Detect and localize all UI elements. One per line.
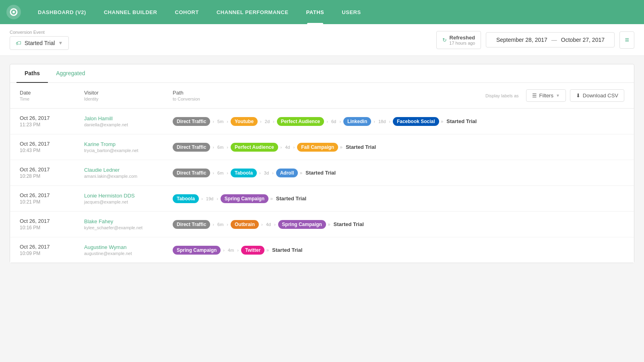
date-main: Oct 26, 2017 bbox=[20, 167, 84, 173]
date-cell: Oct 26, 2017 10:16 PM bbox=[20, 218, 84, 230]
path-arrow: › bbox=[389, 119, 390, 124]
channel-tag[interactable]: Outbrain bbox=[231, 220, 259, 229]
channel-tag[interactable]: Youtube bbox=[231, 117, 258, 126]
path-arrow: › bbox=[223, 248, 225, 253]
channel-tag[interactable]: Spring Campaign bbox=[221, 194, 268, 203]
channel-tag[interactable]: Direct Traffic bbox=[173, 220, 210, 229]
path-end: Started Trial bbox=[334, 221, 364, 227]
table-row: Oct 26, 2017 10:09 PM Augustine Wyman au… bbox=[10, 237, 634, 263]
visitor-label: Visitor bbox=[84, 90, 173, 96]
channel-tag[interactable]: Perfect Audience bbox=[231, 143, 278, 152]
date-main: Oct 26, 2017 bbox=[20, 192, 84, 198]
download-label: Download CSV bbox=[583, 93, 618, 99]
table-row: Oct 26, 2017 10:21 PM Lonie Hermiston DD… bbox=[10, 186, 634, 212]
channel-tag[interactable]: Direct Traffic bbox=[173, 143, 210, 152]
visitor-cell: Lonie Hermiston DDS jacques@example.net bbox=[84, 193, 173, 204]
conversion-button[interactable]: 🏷 Started Trial ▼ bbox=[10, 36, 69, 50]
logo[interactable] bbox=[6, 5, 21, 19]
channel-tag[interactable]: Fall Campaign bbox=[297, 143, 338, 152]
channel-tag[interactable]: Perfect Audience bbox=[277, 117, 324, 126]
channel-tag[interactable]: Direct Traffic bbox=[173, 117, 210, 126]
path-time: 2d bbox=[265, 119, 270, 124]
path-arrow: › bbox=[227, 171, 228, 175]
path-time: 6m bbox=[217, 171, 223, 175]
date-time: 10:16 PM bbox=[20, 225, 84, 230]
date-time: 10:21 PM bbox=[20, 199, 84, 205]
path-arrow: › bbox=[261, 222, 263, 227]
path-arrow: › bbox=[213, 119, 214, 124]
tag-icon: 🏷 bbox=[16, 40, 21, 46]
visitor-email: daniella@example.net bbox=[84, 122, 173, 127]
visitor-email: augustine@example.net bbox=[84, 251, 173, 256]
chevron-down-icon: ▼ bbox=[58, 40, 63, 46]
refreshed-button[interactable]: ↻ Refreshed 17 hours ago bbox=[436, 31, 481, 49]
visitor-cell: Augustine Wyman augustine@example.net bbox=[84, 244, 173, 256]
channel-tag[interactable]: Twitter bbox=[241, 246, 264, 255]
date-cell: Oct 26, 2017 10:43 PM bbox=[20, 141, 84, 153]
channel-tag[interactable]: Taboola bbox=[173, 194, 199, 203]
filter-lines-button[interactable]: ≡ bbox=[619, 31, 634, 49]
nav-item-channel-performance[interactable]: CHANNEL PERFORMANCE bbox=[208, 0, 297, 24]
channel-tag[interactable]: Spring Campaign bbox=[278, 220, 326, 229]
date-time: 11:23 PM bbox=[20, 122, 84, 128]
nav-item-users[interactable]: USERS bbox=[333, 0, 369, 24]
path-time: 18d bbox=[378, 119, 386, 124]
visitor-name[interactable]: Claudie Ledner bbox=[84, 167, 173, 173]
tab-aggregated[interactable]: Aggregated bbox=[48, 64, 93, 83]
path-column-header: Path to Conversion bbox=[173, 90, 485, 101]
conversion-label: Conversion Event bbox=[10, 30, 69, 35]
path-arrow: › bbox=[273, 119, 275, 124]
lines-icon: ≡ bbox=[625, 36, 629, 44]
path-time: 4d bbox=[266, 222, 271, 227]
visitor-name[interactable]: Jalon Hamill bbox=[84, 115, 173, 121]
visitor-name[interactable]: Karine Tromp bbox=[84, 141, 173, 147]
path-double-arrow: » bbox=[266, 247, 269, 253]
path-cell: Taboola›19d›Spring Campaign»Started Tria… bbox=[173, 194, 624, 203]
path-end: Started Trial bbox=[272, 247, 302, 253]
channel-tag[interactable]: Spring Campaign bbox=[173, 246, 221, 255]
channel-tag[interactable]: Facebook Social bbox=[393, 117, 439, 126]
header-right: ↻ Refreshed 17 hours ago September 28, 2… bbox=[436, 31, 634, 49]
channel-tag[interactable]: Adroll bbox=[276, 169, 298, 177]
refresh-icon: ↻ bbox=[442, 37, 447, 43]
visitor-cell: Karine Tromp trycia_barton@example.net bbox=[84, 141, 173, 153]
nav-item-cohort[interactable]: COHORT bbox=[166, 0, 207, 24]
nav-item-channel-builder[interactable]: CHANNEL BUILDER bbox=[95, 0, 166, 24]
tab-paths[interactable]: Paths bbox=[17, 64, 48, 83]
table-row: Oct 26, 2017 10:28 PM Claudie Ledner ama… bbox=[10, 160, 634, 186]
filters-button[interactable]: ☰ Filters ▼ bbox=[526, 89, 566, 102]
channel-tag[interactable]: Taboola bbox=[231, 169, 257, 177]
visitor-email: kylee_schaefer@example.net bbox=[84, 225, 173, 230]
path-label: Path bbox=[173, 90, 485, 96]
date-range-button[interactable]: September 28, 2017 — October 27, 2017 bbox=[486, 32, 615, 47]
visitor-cell: Jalon Hamill daniella@example.net bbox=[84, 115, 173, 127]
path-arrow: › bbox=[217, 196, 218, 201]
nav-item-paths[interactable]: PATHS bbox=[297, 0, 333, 24]
filters-chevron: ▼ bbox=[556, 93, 560, 98]
visitor-name[interactable]: Augustine Wyman bbox=[84, 244, 173, 250]
date-label: Date bbox=[20, 90, 84, 96]
table-row: Oct 26, 2017 10:43 PM Karine Tromp tryci… bbox=[10, 134, 634, 160]
download-csv-button[interactable]: ⬇ Download CSV bbox=[570, 89, 624, 102]
svg-point-2 bbox=[12, 11, 15, 13]
path-arrow: › bbox=[274, 222, 276, 227]
date-sub: Time bbox=[20, 97, 84, 101]
channel-tag[interactable]: Linkedin bbox=[343, 117, 371, 126]
nav-item-dashboard--v--[interactable]: DASHBOARD (V2) bbox=[29, 0, 95, 24]
visitor-name[interactable]: Blake Fahey bbox=[84, 218, 173, 224]
date-main: Oct 26, 2017 bbox=[20, 218, 84, 224]
path-double-arrow: » bbox=[299, 170, 302, 176]
channel-tag[interactable]: Direct Traffic bbox=[173, 169, 210, 177]
path-arrow: › bbox=[339, 119, 341, 124]
table-row: Oct 26, 2017 10:16 PM Blake Fahey kylee_… bbox=[10, 212, 634, 237]
date-cell: Oct 26, 2017 11:23 PM bbox=[20, 115, 84, 128]
path-cell: Direct Traffic›6m›Taboola›3d›Adroll»Star… bbox=[173, 169, 624, 177]
nav-items: DASHBOARD (V2)CHANNEL BUILDERCOHORTCHANN… bbox=[29, 0, 370, 24]
path-double-arrow: » bbox=[270, 196, 273, 202]
visitor-name[interactable]: Lonie Hermiston DDS bbox=[84, 193, 173, 199]
path-time: 19d bbox=[206, 196, 213, 201]
path-cell: Direct Traffic›6m›Perfect Audience›4d›Fa… bbox=[173, 143, 624, 152]
path-arrow: › bbox=[272, 171, 274, 175]
date-time: 10:09 PM bbox=[20, 251, 84, 256]
date-main: Oct 26, 2017 bbox=[20, 115, 84, 121]
